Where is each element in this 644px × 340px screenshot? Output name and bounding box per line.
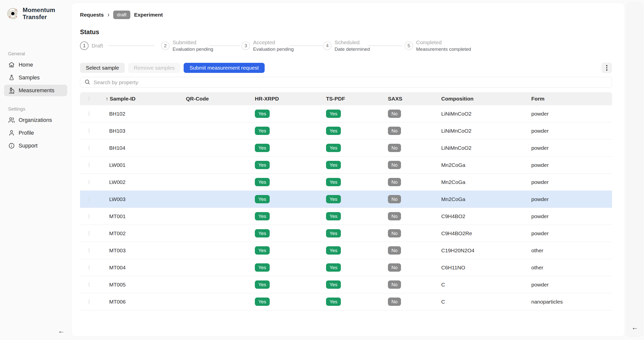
stepper-step: 3 Accepted Evaluation pending — [242, 39, 294, 52]
column-header-composition[interactable]: Composition — [441, 96, 531, 102]
table-row[interactable]: LW002 Yes Yes No Mn2CoGa powder — [80, 174, 612, 191]
hr-xrpd-badge: Yes — [255, 195, 270, 203]
cell-form: other — [531, 265, 612, 271]
status-stepper: 1 Draft 2 Submitted Evaluation pending 3… — [80, 39, 612, 54]
saxs-badge: No — [388, 263, 401, 272]
cell-composition: Mn2CoGa — [441, 196, 531, 202]
stepper-step: 2 Submitted Evaluation pending — [161, 39, 213, 52]
cell-composition: LiNiMnCoO2 — [441, 145, 531, 151]
ts-pdf-badge: Yes — [326, 229, 341, 237]
sidebar-item[interactable]: Profile — [4, 127, 67, 139]
table-row[interactable]: MT005 Yes Yes No C powder — [80, 276, 612, 293]
ts-pdf-badge: Yes — [326, 161, 341, 169]
sidebar-item[interactable]: Measurements — [4, 85, 67, 96]
cell-composition: C — [441, 282, 531, 288]
column-header-hr-xrpd[interactable]: HR-XRPD — [255, 96, 326, 102]
row-checkbox[interactable] — [89, 163, 89, 167]
row-checkbox[interactable] — [89, 128, 89, 133]
cell-composition: Mn2CoGa — [441, 162, 531, 168]
row-checkbox[interactable] — [89, 197, 89, 202]
hr-xrpd-badge: Yes — [255, 263, 270, 272]
sort-ascending-icon: ↑ — [106, 96, 108, 102]
stepper-connector — [108, 45, 154, 46]
row-checkbox[interactable] — [89, 282, 89, 287]
row-checkbox[interactable] — [89, 231, 89, 236]
saxs-badge: No — [388, 144, 401, 152]
column-header-saxs[interactable]: SAXS — [388, 96, 441, 102]
sidebar-item[interactable]: Support — [4, 140, 67, 152]
cell-form: powder — [531, 145, 612, 151]
more-options-button[interactable] — [601, 63, 612, 73]
microscope-icon — [8, 87, 15, 94]
saxs-badge: No — [388, 280, 401, 289]
stepper-step: 4 Scheduled Date determined — [323, 39, 370, 52]
sidebar-item-label: Organizations — [19, 117, 52, 123]
cell-form: powder — [531, 213, 612, 219]
table-row[interactable]: LW003 Yes Yes No Mn2CoGa powder — [80, 191, 612, 208]
cell-sample-id: BH103 — [109, 128, 186, 134]
row-checkbox[interactable] — [89, 214, 89, 219]
row-checkbox[interactable] — [89, 265, 89, 270]
column-header-ts-pdf[interactable]: TS-PDF — [326, 96, 388, 102]
submit-measurement-request-button[interactable]: Submit measurement request — [184, 63, 264, 73]
breadcrumb: Requests › draft Experiment — [80, 11, 612, 19]
table-row[interactable]: MT004 Yes Yes No C6H11NO other — [80, 259, 612, 276]
cell-composition: C9H4BO2Re — [441, 230, 531, 236]
table-row[interactable]: MT002 Yes Yes No C9H4BO2Re powder — [80, 225, 612, 242]
ts-pdf-badge: Yes — [326, 144, 341, 152]
table-row[interactable]: BH103 Yes Yes No LiNiMnCoO2 powder — [80, 122, 612, 139]
brand[interactable]: Momentum Transfer — [0, 0, 71, 20]
cell-form: powder — [531, 179, 612, 185]
column-header-qr-code[interactable]: QR-Code — [186, 96, 255, 102]
table-row[interactable]: BH104 Yes Yes No LiNiMnCoO2 powder — [80, 139, 612, 157]
saxs-badge: No — [388, 127, 401, 135]
select-all-checkbox[interactable] — [89, 96, 89, 101]
hr-xrpd-badge: Yes — [255, 178, 270, 186]
saxs-badge: No — [388, 195, 401, 203]
breadcrumb-requests-link[interactable]: Requests — [80, 12, 104, 18]
ts-pdf-badge: Yes — [326, 195, 341, 203]
select-sample-button[interactable]: Select sample — [80, 63, 125, 73]
ts-pdf-badge: Yes — [326, 178, 341, 186]
ts-pdf-badge: Yes — [326, 298, 341, 306]
column-header-sample-id[interactable]: ↑ Sample-ID — [109, 96, 186, 102]
cell-composition: C9H4BO2 — [441, 213, 531, 219]
row-checkbox[interactable] — [89, 145, 89, 150]
cell-sample-id: MT001 — [109, 213, 186, 219]
cell-sample-id: BH102 — [109, 111, 186, 117]
cell-composition: Mn2CoGa — [441, 179, 531, 185]
row-checkbox[interactable] — [89, 248, 89, 253]
step-sublabel: Evaluation pending — [253, 46, 294, 52]
row-checkbox[interactable] — [89, 111, 89, 116]
table-row[interactable]: LW001 Yes Yes No Mn2CoGa powder — [80, 157, 612, 174]
step-number-circle: 1 — [80, 41, 89, 50]
sidebar-item[interactable]: Organizations — [4, 114, 67, 126]
sidebar-item[interactable]: Samples — [4, 72, 67, 83]
expand-panel-icon[interactable]: ← — [631, 324, 638, 331]
row-checkbox[interactable] — [89, 180, 89, 184]
table-row[interactable]: MT003 Yes Yes No C19H20N2O4 other — [80, 242, 612, 259]
hr-xrpd-badge: Yes — [255, 110, 270, 118]
ts-pdf-badge: Yes — [326, 127, 341, 135]
collapse-sidebar-icon[interactable]: ← — [58, 328, 65, 334]
cell-sample-id: MT003 — [109, 248, 186, 254]
cell-composition: C6H11NO — [441, 265, 531, 271]
table-row[interactable]: BH102 Yes Yes No LiNiMnCoO2 powder — [80, 105, 612, 122]
step-number-circle: 4 — [323, 41, 332, 50]
cell-composition: C19H20N2O4 — [441, 248, 531, 254]
sidebar-item-label: Home — [19, 62, 33, 68]
table-row[interactable]: MT006 Yes Yes No C nanoparticles — [80, 293, 612, 310]
table-body: BH102 Yes Yes No LiNiMnCoO2 powder BH103… — [80, 105, 612, 310]
table-row[interactable]: MT001 Yes Yes No C9H4BO2 powder — [80, 208, 612, 225]
column-header-form[interactable]: Form — [531, 96, 612, 102]
search-input[interactable] — [94, 79, 608, 85]
people-icon — [8, 117, 15, 123]
remove-samples-button[interactable]: Remove samples — [128, 63, 180, 73]
hr-xrpd-badge: Yes — [255, 246, 270, 255]
row-checkbox[interactable] — [89, 299, 89, 304]
info-icon — [8, 142, 15, 149]
hr-xrpd-badge: Yes — [255, 161, 270, 169]
right-collapsed-panel: ← — [627, 3, 643, 337]
sidebar-item-label: Profile — [19, 130, 34, 136]
sidebar-item[interactable]: Home — [4, 59, 67, 71]
